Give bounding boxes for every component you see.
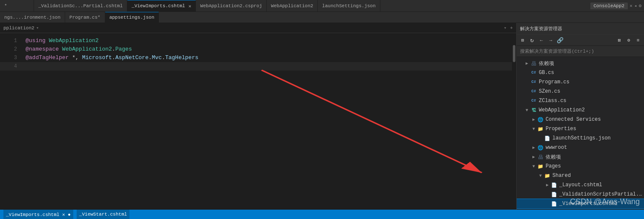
editor-content[interactable]: 1 @using WebApplication2 2 @namespace We… xyxy=(0,33,516,210)
solution-toolbar: ⊞ ↻ ← → 🔗 ⊠ ⚙ ≡ xyxy=(517,35,644,46)
tab-appsettings[interactable]: appsettings.json xyxy=(105,12,159,23)
console-pin-btn[interactable]: ◂ xyxy=(634,3,637,9)
breadcrumb: pplication2 ▾ ▾ + xyxy=(0,23,516,33)
icon-program-cs: C# xyxy=(530,79,537,85)
chevron-webapp2[interactable]: ▼ xyxy=(523,108,530,113)
solution-explorer-panel: 解决方案资源管理器 ⊞ ↻ ← → 🔗 ⊠ ⚙ ≡ 搜索解决方案资源管理器(Ct… xyxy=(516,23,644,210)
breadcrumb-project: pplication2 xyxy=(3,26,34,31)
icon-layout: 📄 xyxy=(551,182,558,188)
tab-webapp2[interactable]: WebApplication2 xyxy=(267,0,318,11)
breadcrumb-chevron1: ▾ xyxy=(36,25,39,31)
solution-tree: ▶ 品 依赖项 C# GB.cs C# Program.cs xyxy=(517,57,644,210)
tree-item-pages[interactable]: ▼ 📁 Pages xyxy=(517,162,644,171)
toolbar-btn-sync[interactable]: ↻ xyxy=(528,36,536,45)
toolbar-btn-menu[interactable]: ≡ xyxy=(634,36,642,45)
console-tab[interactable]: ConsoleApp2 xyxy=(590,3,628,9)
tab-appsettings-label: appsettings.json xyxy=(109,15,155,20)
toolbar-btn-settings[interactable]: ⚙ xyxy=(624,36,633,45)
console-close-btn[interactable]: ✕ xyxy=(630,3,632,9)
chevron-pages[interactable]: ▼ xyxy=(530,164,537,169)
solution-explorer-header: 解决方案资源管理器 xyxy=(517,23,644,35)
tree-item-shared[interactable]: ▼ 📁 Shared xyxy=(517,171,644,180)
main-area: pplication2 ▾ ▾ + 1 @using WebApplicatio… xyxy=(0,23,644,210)
label-layout: _Layout.cshtml xyxy=(559,182,642,188)
label-wwwroot: wwwroot xyxy=(546,145,642,151)
code-line-4: 4 xyxy=(0,62,516,71)
editor-scrollbar[interactable] xyxy=(512,44,516,210)
tree-item-connected-services[interactable]: ▶ 🌐 Connected Services xyxy=(517,115,644,124)
tree-item-validation-partial[interactable]: 📄 _ValidationScriptsPartial.cshtml xyxy=(517,190,644,199)
tree-item-gb-cs[interactable]: C# GB.cs xyxy=(517,68,644,77)
tree-item-deps2[interactable]: ▶ 品 依赖项 xyxy=(517,152,644,162)
label-launchsettings: launchSettings.json xyxy=(552,135,642,141)
icon-shared: 📁 xyxy=(544,172,551,179)
label-deps-top: 依赖项 xyxy=(539,60,642,67)
tree-item-zclass-cs[interactable]: C# ZClass.cs xyxy=(517,96,644,105)
tree-item-szen-cs[interactable]: C# SZen.cs xyxy=(517,87,644,96)
tree-item-layout[interactable]: ▶ 📄 _Layout.cshtml xyxy=(517,180,644,190)
chevron-shared[interactable]: ▼ xyxy=(537,173,544,178)
bottom-status-bar: _ViewImports.cshtml ✕ ● _ViewStart.cshtm… xyxy=(0,210,644,219)
bottom-tab-viewimports-label: _ViewImports.cshtml ✕ ● xyxy=(6,212,71,217)
toolbar-btn-link[interactable]: 🔗 xyxy=(556,36,564,45)
bottom-tab-viewimports[interactable]: _ViewImports.cshtml ✕ ● xyxy=(3,210,73,219)
chevron-deps2[interactable]: ▶ xyxy=(530,154,537,159)
tab-webapp2-label: WebApplication2 xyxy=(271,3,313,9)
second-tab-bar: ngs....ironment.json Program.cs* appsett… xyxy=(0,12,644,23)
chevron-connected[interactable]: ▶ xyxy=(530,117,537,122)
tree-item-launchsettings[interactable]: 📄 launchSettings.json xyxy=(517,134,644,143)
solution-search-bar[interactable]: 搜索解决方案资源管理器(Ctrl+;) xyxy=(517,46,644,57)
icon-connected: 🌐 xyxy=(537,116,544,123)
tab-viewimports-label: _ViewImports.cshtml xyxy=(132,3,185,9)
tree-item-deps-top[interactable]: ▶ 品 依赖项 xyxy=(517,59,644,68)
tree-item-wwwroot[interactable]: ▶ 🌐 wwwroot xyxy=(517,143,644,152)
code-line-3: 3 @addTagHelper *, Microsoft.AspNetCore.… xyxy=(0,54,516,62)
scrollbar-thumb[interactable] xyxy=(513,45,515,62)
bottom-tab-viewstart[interactable]: _ViewStart.cshtml xyxy=(77,210,129,219)
label-program-cs: Program.cs xyxy=(539,79,642,85)
chevron-layout[interactable]: ▶ xyxy=(544,182,551,188)
tree-item-properties[interactable]: ▼ 📁 Properties xyxy=(517,124,644,134)
tab-validation-partial[interactable]: _ValidationSc...Partial.cshtml xyxy=(34,0,127,11)
label-viewimports: _ViewImports.cshtml xyxy=(559,201,642,207)
chevron-wwwroot[interactable]: ▶ xyxy=(530,145,537,150)
toolbar-btn-filter[interactable]: ⊠ xyxy=(615,36,624,45)
chevron-properties[interactable]: ▼ xyxy=(530,127,537,131)
editor-area: pplication2 ▾ ▾ + 1 @using WebApplicatio… xyxy=(0,23,516,210)
toolbar-btn-forward[interactable]: → xyxy=(546,36,555,45)
label-gb-cs: GB.cs xyxy=(539,70,642,76)
tab-launchsettings[interactable]: launchSettings.json xyxy=(318,0,380,11)
icon-deps2: 品 xyxy=(537,154,544,160)
tree-item-viewimports[interactable]: 📄 _ViewImports.cshtml xyxy=(517,199,644,208)
solution-search-placeholder: 搜索解决方案资源管理器(Ctrl+;) xyxy=(520,48,594,54)
tab-html[interactable]: * xyxy=(0,0,34,11)
tab-csproj-label: WebApplication2.csproj xyxy=(200,3,262,9)
tab-program-cs[interactable]: Program.cs* xyxy=(65,12,105,23)
tab-env-json[interactable]: ngs....ironment.json xyxy=(0,12,65,23)
tab-viewimports-close[interactable]: ✕ xyxy=(188,3,191,9)
svg-line-1 xyxy=(262,70,482,173)
toolbar-btn-1[interactable]: ⊞ xyxy=(518,36,527,45)
tab-validation-label: _ValidationSc...Partial.cshtml xyxy=(38,3,123,9)
line-num-4: 4 xyxy=(0,62,21,71)
tree-item-webapp2[interactable]: ▼ 🏗 WebApplication2 xyxy=(517,105,644,115)
chevron-deps-top[interactable]: ▶ xyxy=(523,61,530,66)
tab-env-json-label: ngs....ironment.json xyxy=(4,15,60,20)
tab-html-label: * xyxy=(4,3,7,9)
label-validation-partial: _ValidationScriptsPartial.cshtml xyxy=(559,191,642,197)
icon-viewimports: 📄 xyxy=(551,200,558,207)
breadcrumb-expand-btn[interactable]: + xyxy=(510,26,513,31)
tree-item-program-cs[interactable]: C# Program.cs xyxy=(517,77,644,87)
tab-csproj[interactable]: WebApplication2.csproj xyxy=(196,0,267,11)
toolbar-btn-back[interactable]: ← xyxy=(537,36,546,45)
icon-wwwroot: 🌐 xyxy=(537,144,544,151)
tab-viewimports[interactable]: _ViewImports.cshtml ✕ xyxy=(127,0,196,11)
icon-validation-partial: 📄 xyxy=(551,191,558,198)
label-webapp2: WebApplication2 xyxy=(539,107,642,113)
icon-launchsettings: 📄 xyxy=(544,135,551,142)
line-num-1: 1 xyxy=(0,37,21,45)
console-gear-btn[interactable]: ⚙ xyxy=(638,3,641,9)
label-zclass-cs: ZClass.cs xyxy=(539,98,642,104)
icon-properties: 📁 xyxy=(537,125,544,132)
tab-launchsettings-label: launchSettings.json xyxy=(322,3,375,9)
